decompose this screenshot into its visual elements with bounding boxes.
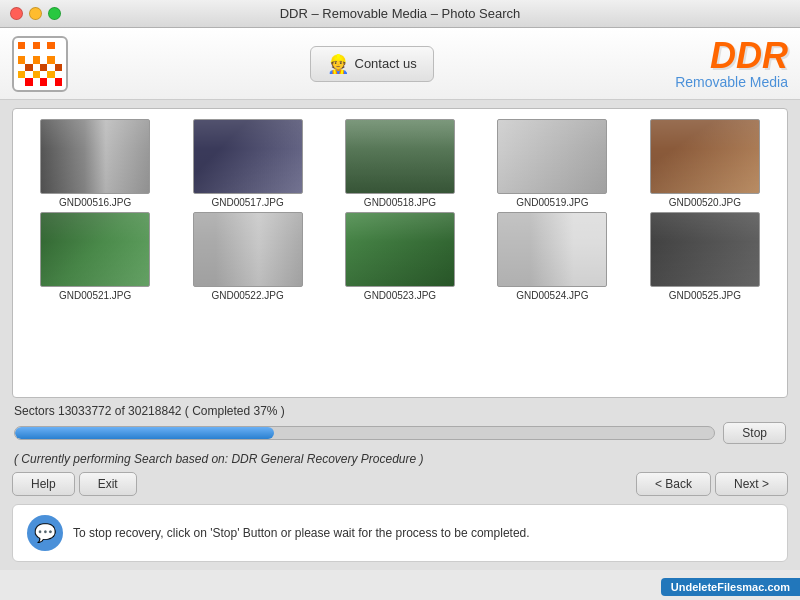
photo-item[interactable]: GND00525.JPG (633, 212, 777, 301)
photo-label: GND00519.JPG (516, 197, 588, 208)
photo-label: GND00521.JPG (59, 290, 131, 301)
photo-thumbnail (650, 119, 760, 194)
status-text: ( Currently performing Search based on: … (12, 448, 788, 470)
app-header: 👷 Contact us DDR Removable Media (0, 28, 800, 100)
photo-thumbnail (193, 119, 303, 194)
progress-bar (14, 426, 715, 440)
photo-thumbnail (40, 119, 150, 194)
brand-subtitle: Removable Media (675, 74, 788, 90)
photo-thumbnail (193, 212, 303, 287)
main-content: GND00516.JPGGND00517.JPGGND00518.JPGGND0… (0, 100, 800, 570)
contact-button[interactable]: 👷 Contact us (310, 46, 434, 82)
info-text: To stop recovery, click on 'Stop' Button… (73, 526, 530, 540)
photo-item[interactable]: GND00521.JPG (23, 212, 167, 301)
photo-label: GND00523.JPG (364, 290, 436, 301)
photo-label: GND00517.JPG (211, 197, 283, 208)
checker-icon (18, 42, 62, 86)
progress-area: Sectors 13033772 of 30218842 ( Completed… (12, 398, 788, 448)
photo-label: GND00520.JPG (669, 197, 741, 208)
photo-item[interactable]: GND00523.JPG (328, 212, 472, 301)
watermark: UndeleteFilesmac.com (661, 578, 800, 596)
photo-item[interactable]: GND00520.JPG (633, 119, 777, 208)
photo-thumbnail (345, 212, 455, 287)
photo-item[interactable]: GND00517.JPG (175, 119, 319, 208)
photo-thumbnail (345, 119, 455, 194)
photo-label: GND00518.JPG (364, 197, 436, 208)
photo-item[interactable]: GND00522.JPG (175, 212, 319, 301)
photo-item[interactable]: GND00518.JPG (328, 119, 472, 208)
photo-item[interactable]: GND00524.JPG (480, 212, 624, 301)
photo-grid-container: GND00516.JPGGND00517.JPGGND00518.JPGGND0… (12, 108, 788, 398)
photo-thumbnail (497, 212, 607, 287)
contact-label: Contact us (355, 56, 417, 71)
exit-button[interactable]: Exit (79, 472, 137, 496)
photo-thumbnail (497, 119, 607, 194)
title-bar: DDR – Removable Media – Photo Search (0, 0, 800, 28)
app-logo (12, 36, 68, 92)
bottom-buttons: Help Exit < Back Next > (12, 470, 788, 498)
minimize-button[interactable] (29, 7, 42, 20)
photo-thumbnail (40, 212, 150, 287)
photo-grid: GND00516.JPGGND00517.JPGGND00518.JPGGND0… (23, 119, 777, 301)
progress-fill (15, 427, 274, 439)
info-box: 💬 To stop recovery, click on 'Stop' Butt… (12, 504, 788, 562)
next-button[interactable]: Next > (715, 472, 788, 496)
photo-item[interactable]: GND00516.JPG (23, 119, 167, 208)
brand-area: DDR Removable Media (675, 38, 788, 90)
brand-title: DDR (675, 38, 788, 74)
maximize-button[interactable] (48, 7, 61, 20)
help-button[interactable]: Help (12, 472, 75, 496)
photo-label: GND00525.JPG (669, 290, 741, 301)
back-button[interactable]: < Back (636, 472, 711, 496)
photo-item[interactable]: GND00519.JPG (480, 119, 624, 208)
photo-label: GND00516.JPG (59, 197, 131, 208)
window-controls (10, 7, 61, 20)
progress-text: Sectors 13033772 of 30218842 ( Completed… (14, 404, 786, 418)
photo-label: GND00522.JPG (211, 290, 283, 301)
info-icon: 💬 (27, 515, 63, 551)
close-button[interactable] (10, 7, 23, 20)
progress-row: Stop (14, 422, 786, 444)
person-icon: 👷 (327, 53, 349, 75)
stop-button[interactable]: Stop (723, 422, 786, 444)
window-title: DDR – Removable Media – Photo Search (280, 6, 521, 21)
photo-label: GND00524.JPG (516, 290, 588, 301)
photo-thumbnail (650, 212, 760, 287)
